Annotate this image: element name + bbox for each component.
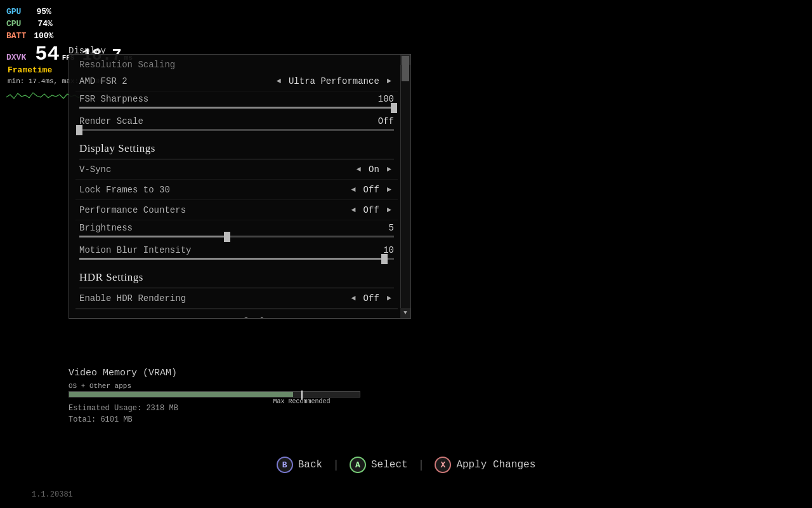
fsr-sharpness-row: FSR Sharpness 100 <box>75 91 398 114</box>
render-scale-track[interactable] <box>79 129 394 131</box>
back-button[interactable]: B Back <box>277 457 322 473</box>
hud-cpu-label: CPU <box>6 18 21 30</box>
hud-gpu-label: GPU <box>6 6 21 18</box>
perf-counters-row[interactable]: Performance Counters ◄ Off ► <box>75 200 398 220</box>
apply-changes-button-label: Apply Changes <box>456 459 535 471</box>
hdr-settings-header: HDR Settings <box>75 265 398 288</box>
hud-batt-value: 100% <box>34 30 53 43</box>
amd-fsr2-current: Ultra Performance <box>289 76 379 86</box>
hdr-rendering-label: Enable HDR Rendering <box>79 293 348 304</box>
back-button-label: Back <box>298 459 322 471</box>
amd-fsr2-label: AMD FSR 2 <box>79 76 274 86</box>
separator-1: | <box>332 458 339 471</box>
motion-blur-fill <box>79 258 384 260</box>
lock-frames-row[interactable]: Lock Frames to 30 ◄ Off ► <box>75 180 398 200</box>
fsr-sharpness-thumb[interactable] <box>391 103 397 113</box>
vram-max-marker: Max Recommended <box>301 391 303 399</box>
hud-batt-label: BATT <box>6 30 26 43</box>
scrollbar-track[interactable]: ▲ ▼ <box>400 55 410 318</box>
hud-frametime-label: Frametime <box>8 65 52 75</box>
vsync-row[interactable]: V-Sync ◄ On ► <box>75 159 398 180</box>
lock-frames-value: ◄ Off ► <box>348 185 394 195</box>
vram-bar-track: Max Recommended <box>69 391 360 398</box>
motion-blur-row: Motion Blur Intensity 10 <box>75 243 398 265</box>
hud-fps-value: 54 <box>35 44 59 65</box>
hdr-rendering-arrow-right[interactable]: ► <box>384 294 394 303</box>
apply-changes-button-icon: X <box>435 457 451 473</box>
vram-max-label: Max Recommended <box>273 398 330 405</box>
vram-total: Total: 6101 MB <box>69 414 360 425</box>
motion-blur-track[interactable] <box>79 258 394 260</box>
lock-frames-arrow-left[interactable]: ◄ <box>348 185 358 194</box>
brightness-fill <box>79 236 227 237</box>
bottom-controls: B Back | A Select | X Apply Changes <box>0 457 812 473</box>
amd-fsr2-arrow-right[interactable]: ► <box>384 77 394 86</box>
vsync-value: ◄ On ► <box>354 164 394 175</box>
amd-fsr2-arrow-left[interactable]: ◄ <box>274 77 284 86</box>
hud-dxvk-label: DXVK <box>6 52 26 64</box>
vsync-current: On <box>369 164 379 175</box>
brightness-value: 5 <box>389 223 394 233</box>
lock-frames-current: Off <box>363 185 379 195</box>
vram-title: Video Memory (VRAM) <box>69 368 360 378</box>
fsr-sharpness-track[interactable] <box>79 107 394 109</box>
vram-bar-labels: OS + Other apps <box>69 382 360 390</box>
select-button-icon: A <box>350 457 366 473</box>
reset-defaults-button[interactable]: Reset Defaults <box>75 309 398 318</box>
render-scale-value: Off <box>378 116 394 126</box>
settings-panel: ▲ ▼ Resolution Scaling AMD FSR 2 ◄ Ultra… <box>69 54 411 319</box>
hud-cpu-value: 74% <box>37 18 52 30</box>
perf-counters-arrow-left[interactable]: ◄ <box>348 206 358 215</box>
perf-counters-arrow-right[interactable]: ► <box>384 206 394 215</box>
scrollbar-thumb[interactable] <box>402 56 409 81</box>
brightness-label: Brightness <box>79 223 133 233</box>
scrollbar-arrow-down[interactable]: ▼ <box>400 308 410 318</box>
back-button-icon: B <box>277 457 293 473</box>
vram-info: Estimated Usage: 2318 MB Total: 6101 MB <box>69 403 360 425</box>
vsync-arrow-left[interactable]: ◄ <box>354 165 363 174</box>
display-settings-header: Display Settings <box>75 136 398 159</box>
settings-scroll-area[interactable]: ▲ ▼ Resolution Scaling AMD FSR 2 ◄ Ultra… <box>69 55 410 318</box>
hdr-rendering-current: Off <box>363 293 379 304</box>
motion-blur-thumb[interactable] <box>381 254 388 264</box>
select-button-label: Select <box>371 459 408 471</box>
render-scale-label: Render Scale <box>79 116 143 126</box>
hdr-rendering-value: ◄ Off ► <box>348 293 394 304</box>
vram-section: Video Memory (VRAM) OS + Other apps Max … <box>69 368 360 425</box>
select-button[interactable]: A Select <box>350 457 408 473</box>
amd-fsr2-row[interactable]: AMD FSR 2 ◄ Ultra Performance ► <box>75 71 398 91</box>
perf-counters-current: Off <box>363 205 379 215</box>
perf-counters-value: ◄ Off ► <box>348 205 394 215</box>
lock-frames-arrow-right[interactable]: ► <box>384 185 394 194</box>
hdr-rendering-row[interactable]: Enable HDR Rendering ◄ Off ► <box>75 288 398 309</box>
fsr-sharpness-label: FSR Sharpness <box>79 94 148 104</box>
vram-bar-os-label: OS + Other apps <box>69 382 131 390</box>
perf-counters-label: Performance Counters <box>79 205 348 215</box>
brightness-thumb[interactable] <box>224 232 230 242</box>
version-label: 1.1.20381 <box>32 490 73 499</box>
brightness-track[interactable] <box>79 236 394 237</box>
separator-2: | <box>418 458 425 471</box>
amd-fsr2-value: ◄ Ultra Performance ► <box>274 76 394 86</box>
fsr-sharpness-fill <box>79 107 394 109</box>
render-scale-row: Render Scale Off <box>75 114 398 136</box>
brightness-row: Brightness 5 <box>75 220 398 243</box>
apply-changes-button[interactable]: X Apply Changes <box>435 457 535 473</box>
lock-frames-label: Lock Frames to 30 <box>79 185 348 195</box>
render-scale-thumb[interactable] <box>76 125 82 135</box>
vsync-arrow-right[interactable]: ► <box>384 165 394 174</box>
motion-blur-label: Motion Blur Intensity <box>79 245 191 255</box>
hud-gpu-value: 95% <box>36 6 51 18</box>
vsync-label: V-Sync <box>79 164 354 175</box>
resolution-scaling-label: Resolution Scaling <box>75 55 398 71</box>
hdr-rendering-arrow-left[interactable]: ◄ <box>348 294 358 303</box>
settings-content: Resolution Scaling AMD FSR 2 ◄ Ultra Per… <box>69 55 410 318</box>
vram-bar-fill <box>69 392 293 397</box>
